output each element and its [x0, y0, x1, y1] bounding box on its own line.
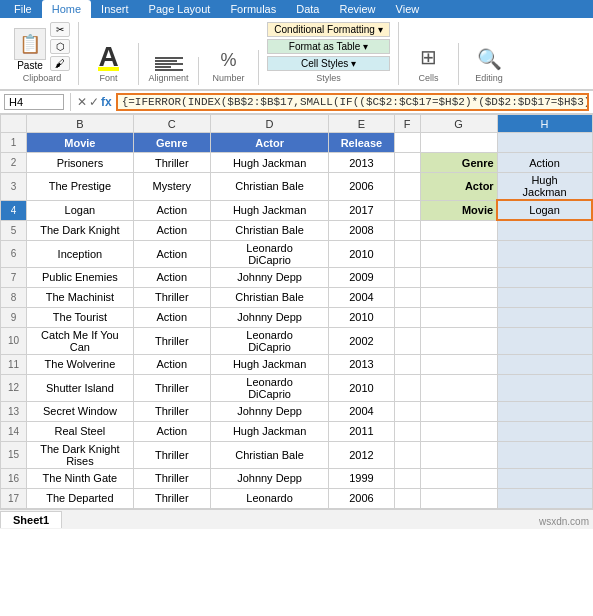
cell-d17[interactable]: Leonardo: [210, 488, 329, 508]
row-num-1[interactable]: 1: [1, 133, 27, 153]
col-header-d[interactable]: D: [210, 115, 329, 133]
cell-c14[interactable]: Action: [133, 421, 210, 441]
cell-e2[interactable]: 2013: [329, 153, 394, 173]
cell-b15[interactable]: The Dark Knight Rises: [27, 441, 134, 468]
cell-e5[interactable]: 2008: [329, 220, 394, 240]
cell-g2-label[interactable]: Genre: [420, 153, 497, 173]
row-num-2[interactable]: 2: [1, 153, 27, 173]
cell-e4[interactable]: 2017: [329, 200, 394, 220]
cell-g1[interactable]: [420, 133, 497, 153]
tab-insert[interactable]: Insert: [91, 0, 139, 18]
cell-e8[interactable]: 2004: [329, 287, 394, 307]
cell-f12[interactable]: [394, 374, 420, 401]
cell-b8[interactable]: The Machinist: [27, 287, 134, 307]
name-box[interactable]: [4, 94, 64, 110]
cell-e13[interactable]: 2004: [329, 401, 394, 421]
cell-b3[interactable]: The Prestige: [27, 173, 134, 201]
cell-d2[interactable]: Hugh Jackman: [210, 153, 329, 173]
cell-g5[interactable]: [420, 220, 497, 240]
tab-data[interactable]: Data: [286, 0, 329, 18]
cell-b13[interactable]: Secret Window: [27, 401, 134, 421]
cell-g14[interactable]: [420, 421, 497, 441]
cell-g9[interactable]: [420, 307, 497, 327]
cell-b5[interactable]: The Dark Knight: [27, 220, 134, 240]
cell-g15[interactable]: [420, 441, 497, 468]
tab-formulas[interactable]: Formulas: [220, 0, 286, 18]
cell-d15[interactable]: Christian Bale: [210, 441, 329, 468]
cell-f11[interactable]: [394, 354, 420, 374]
col-header-e[interactable]: E: [329, 115, 394, 133]
cell-f6[interactable]: [394, 240, 420, 267]
cell-g4-label[interactable]: Movie: [420, 200, 497, 220]
col-header-h[interactable]: H: [497, 115, 592, 133]
cell-d1[interactable]: Actor: [210, 133, 329, 153]
cell-b9[interactable]: The Tourist: [27, 307, 134, 327]
cell-d11[interactable]: Hugh Jackman: [210, 354, 329, 374]
cell-g16[interactable]: [420, 468, 497, 488]
tab-review[interactable]: Review: [329, 0, 385, 18]
cell-f14[interactable]: [394, 421, 420, 441]
tab-page-layout[interactable]: Page Layout: [139, 0, 221, 18]
cell-b7[interactable]: Public Enemies: [27, 267, 134, 287]
cell-f9[interactable]: [394, 307, 420, 327]
cell-f16[interactable]: [394, 468, 420, 488]
formula-input[interactable]: {=IFERROR(INDEX($B$2:$B$17,SMALL(IF(($C$…: [116, 93, 589, 111]
row-num-3[interactable]: 3: [1, 173, 27, 201]
format-painter-button[interactable]: 🖌: [50, 56, 70, 71]
cell-f1[interactable]: [394, 133, 420, 153]
cell-h12[interactable]: [497, 374, 592, 401]
cell-d14[interactable]: Hugh Jackman: [210, 421, 329, 441]
cell-b10[interactable]: Catch Me If You Can: [27, 327, 134, 354]
cell-h9[interactable]: [497, 307, 592, 327]
cell-c17[interactable]: Thriller: [133, 488, 210, 508]
cell-b17[interactable]: The Departed: [27, 488, 134, 508]
cell-f10[interactable]: [394, 327, 420, 354]
cell-c1[interactable]: Genre: [133, 133, 210, 153]
cell-f5[interactable]: [394, 220, 420, 240]
cell-h3-val[interactable]: Hugh Jackman: [497, 173, 592, 201]
confirm-formula-icon[interactable]: ✓: [89, 95, 99, 109]
cell-g17[interactable]: [420, 488, 497, 508]
row-num-15[interactable]: 15: [1, 441, 27, 468]
insert-function-icon[interactable]: fx: [101, 95, 112, 109]
cell-e1[interactable]: Release: [329, 133, 394, 153]
cell-c11[interactable]: Action: [133, 354, 210, 374]
cell-h8[interactable]: [497, 287, 592, 307]
cell-c13[interactable]: Thriller: [133, 401, 210, 421]
cell-d3[interactable]: Christian Bale: [210, 173, 329, 201]
row-num-6[interactable]: 6: [1, 240, 27, 267]
cell-f15[interactable]: [394, 441, 420, 468]
cell-h7[interactable]: [497, 267, 592, 287]
cell-g3-label[interactable]: Actor: [420, 173, 497, 201]
cell-c6[interactable]: Action: [133, 240, 210, 267]
cell-f7[interactable]: [394, 267, 420, 287]
cell-e14[interactable]: 2011: [329, 421, 394, 441]
cell-e15[interactable]: 2012: [329, 441, 394, 468]
cell-b12[interactable]: Shutter Island: [27, 374, 134, 401]
cell-g8[interactable]: [420, 287, 497, 307]
cell-f2[interactable]: [394, 153, 420, 173]
cell-e11[interactable]: 2013: [329, 354, 394, 374]
cell-d16[interactable]: Johnny Depp: [210, 468, 329, 488]
cell-c9[interactable]: Action: [133, 307, 210, 327]
cell-g12[interactable]: [420, 374, 497, 401]
cell-d5[interactable]: Christian Bale: [210, 220, 329, 240]
cell-h5[interactable]: [497, 220, 592, 240]
cell-h2-val[interactable]: Action: [497, 153, 592, 173]
cell-d13[interactable]: Johnny Depp: [210, 401, 329, 421]
cell-b14[interactable]: Real Steel: [27, 421, 134, 441]
cell-f13[interactable]: [394, 401, 420, 421]
cell-b4[interactable]: Logan: [27, 200, 134, 220]
cell-styles-button[interactable]: Cell Styles ▾: [267, 56, 389, 71]
cell-e10[interactable]: 2002: [329, 327, 394, 354]
row-num-9[interactable]: 9: [1, 307, 27, 327]
cell-e9[interactable]: 2010: [329, 307, 394, 327]
cell-h13[interactable]: [497, 401, 592, 421]
cell-c8[interactable]: Thriller: [133, 287, 210, 307]
cell-d4[interactable]: Hugh Jackman: [210, 200, 329, 220]
cell-d9[interactable]: Johnny Depp: [210, 307, 329, 327]
row-num-13[interactable]: 13: [1, 401, 27, 421]
row-num-8[interactable]: 8: [1, 287, 27, 307]
cell-f8[interactable]: [394, 287, 420, 307]
cell-h4-val[interactable]: Logan: [497, 200, 592, 220]
